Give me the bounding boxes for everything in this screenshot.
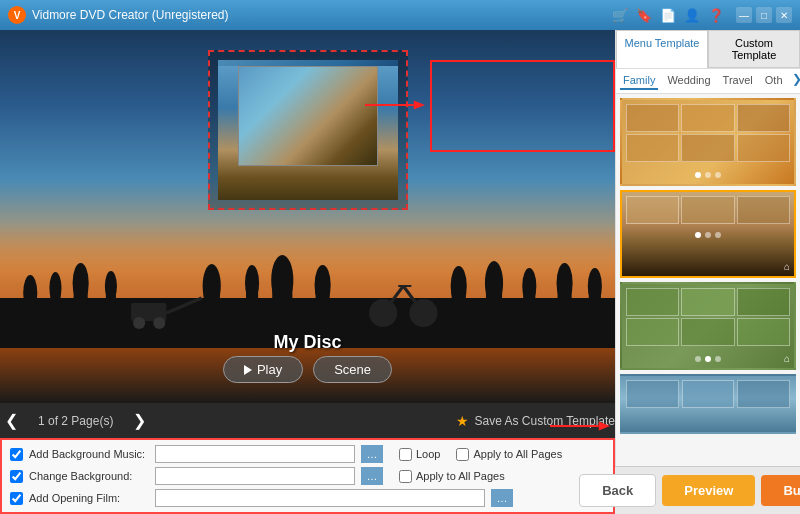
- opening-film-browse-button[interactable]: …: [491, 489, 513, 507]
- window-controls[interactable]: — □ ✕: [736, 7, 792, 23]
- prev-page-button[interactable]: ❮: [0, 411, 23, 430]
- loop-label: Loop: [416, 448, 440, 460]
- bg-music-browse-button[interactable]: …: [361, 445, 383, 463]
- close-button[interactable]: ✕: [776, 7, 792, 23]
- svg-point-15: [153, 317, 165, 329]
- maximize-button[interactable]: □: [756, 7, 772, 23]
- disc-title: My Disc: [0, 332, 615, 353]
- template-tabs: Menu Template Custom Template: [616, 30, 800, 69]
- svg-rect-12: [106, 286, 116, 318]
- apply-all-2-label: Apply to All Pages: [416, 470, 505, 482]
- opening-film-input[interactable]: [155, 489, 485, 507]
- page-info: 1 of 2 Page(s): [38, 414, 113, 428]
- user-icon[interactable]: 👤: [684, 8, 700, 23]
- app-logo: V: [8, 6, 26, 24]
- menu-template-tab[interactable]: Menu Template: [616, 30, 708, 68]
- back-button[interactable]: Back: [579, 474, 656, 507]
- svg-rect-37: [558, 283, 572, 318]
- scene-label: Scene: [334, 362, 371, 377]
- next-page-button[interactable]: ❯: [128, 411, 151, 430]
- bottom-nav-bar: ❮ 1 of 2 Page(s) ❯ ★ Save As Custom Temp…: [0, 403, 615, 438]
- svg-rect-22: [272, 280, 292, 318]
- travel-subtab[interactable]: Travel: [720, 72, 756, 90]
- bottom-action-buttons: Back Preview Burn: [615, 466, 800, 514]
- preview-panel: My Disc Play Scene ❮ 1 of 2 Page(s) ❯: [0, 30, 615, 438]
- tmpl-dot: [705, 356, 711, 362]
- template-item[interactable]: ⌂: [620, 282, 796, 370]
- app-title: Vidmore DVD Creator (Unregistered): [32, 8, 612, 22]
- opening-film-checkbox[interactable]: [10, 492, 23, 505]
- loop-group: Loop: [399, 448, 440, 461]
- preview-area: My Disc Play Scene: [0, 30, 615, 403]
- cart-icon[interactable]: 🛒: [612, 8, 628, 23]
- options-bar: Add Background Music: … Loop Apply to Al…: [0, 438, 615, 514]
- main-layout: My Disc Play Scene ❮ 1 of 2 Page(s) ❯: [0, 30, 800, 514]
- title-bar: V Vidmore DVD Creator (Unregistered) 🛒 🔖…: [0, 0, 800, 30]
- toolbar-icons: 🛒 🔖 📄 👤 ❓: [612, 8, 724, 23]
- template-subtabs: Family Wedding Travel Oth ❯: [616, 69, 800, 94]
- opening-film-label: Add Opening Film:: [29, 492, 149, 504]
- tmpl-dot: [695, 172, 701, 178]
- change-bg-input[interactable]: [155, 467, 355, 485]
- tmpl-dot: [695, 232, 701, 238]
- opening-film-row: Add Opening Film: …: [10, 489, 605, 507]
- apply-all-1-group: Apply to All Pages: [456, 448, 562, 461]
- disc-preview-box: [208, 50, 408, 210]
- help-icon[interactable]: ❓: [708, 8, 724, 23]
- subtab-scroll-right[interactable]: ❯: [792, 72, 801, 90]
- bookmark-icon[interactable]: 🔖: [636, 8, 652, 23]
- custom-template-tab[interactable]: Custom Template: [708, 30, 800, 68]
- right-panel: Menu Template Custom Template Family Wed…: [615, 30, 800, 514]
- play-button[interactable]: Play: [223, 356, 303, 383]
- svg-marker-1: [414, 101, 425, 110]
- other-subtab[interactable]: Oth: [762, 72, 786, 90]
- apply-all-1-checkbox[interactable]: [456, 448, 469, 461]
- silhouette-scene: [0, 198, 615, 348]
- file-icon[interactable]: 📄: [660, 8, 676, 23]
- menu-template-label: Menu Template: [624, 37, 699, 49]
- change-bg-label: Change Background:: [29, 470, 149, 482]
- tmpl-home-icon: ⌂: [784, 261, 790, 272]
- tmpl-dot: [715, 356, 721, 362]
- svg-point-14: [133, 317, 145, 329]
- svg-rect-33: [486, 283, 502, 318]
- burn-button[interactable]: Burn: [761, 475, 800, 506]
- tmpl-home-icon: ⌂: [784, 353, 790, 364]
- template-item[interactable]: [620, 98, 796, 186]
- template-item[interactable]: [620, 374, 796, 434]
- template-item[interactable]: ⌂: [620, 190, 796, 278]
- loop-checkbox[interactable]: [399, 448, 412, 461]
- svg-rect-18: [204, 286, 220, 318]
- disc-thumbnail: [218, 60, 398, 200]
- wedding-subtab[interactable]: Wedding: [664, 72, 713, 90]
- tmpl-dot: [705, 232, 711, 238]
- change-bg-browse-button[interactable]: …: [361, 467, 383, 485]
- change-bg-checkbox[interactable]: [10, 470, 23, 483]
- svg-rect-8: [50, 288, 60, 318]
- disc-buttons: Play Scene: [0, 356, 615, 383]
- apply-all-2-group: Apply to All Pages: [399, 470, 505, 483]
- scene-button[interactable]: Scene: [313, 356, 392, 383]
- preview-button[interactable]: Preview: [662, 475, 755, 506]
- svg-rect-35: [523, 286, 535, 318]
- bg-music-label: Add Background Music:: [29, 448, 149, 460]
- svg-rect-20: [246, 283, 258, 318]
- play-icon: [244, 365, 252, 375]
- apply-all-2-checkbox[interactable]: [399, 470, 412, 483]
- annotation-arrow-top: [365, 95, 425, 115]
- apply-all-1-label: Apply to All Pages: [473, 448, 562, 460]
- minimize-button[interactable]: —: [736, 7, 752, 23]
- svg-marker-3: [599, 422, 610, 431]
- bg-music-checkbox[interactable]: [10, 448, 23, 461]
- star-icon: ★: [456, 413, 469, 429]
- bg-music-row: Add Background Music: … Loop Apply to Al…: [10, 445, 605, 463]
- svg-rect-31: [452, 286, 466, 318]
- tmpl-dot: [715, 232, 721, 238]
- bg-music-input[interactable]: [155, 445, 355, 463]
- template-list[interactable]: ⌂ ⌂: [616, 94, 800, 466]
- svg-rect-10: [74, 283, 88, 318]
- family-subtab[interactable]: Family: [620, 72, 658, 90]
- tmpl-dot: [695, 356, 701, 362]
- tmpl-dot: [705, 172, 711, 178]
- play-label: Play: [257, 362, 282, 377]
